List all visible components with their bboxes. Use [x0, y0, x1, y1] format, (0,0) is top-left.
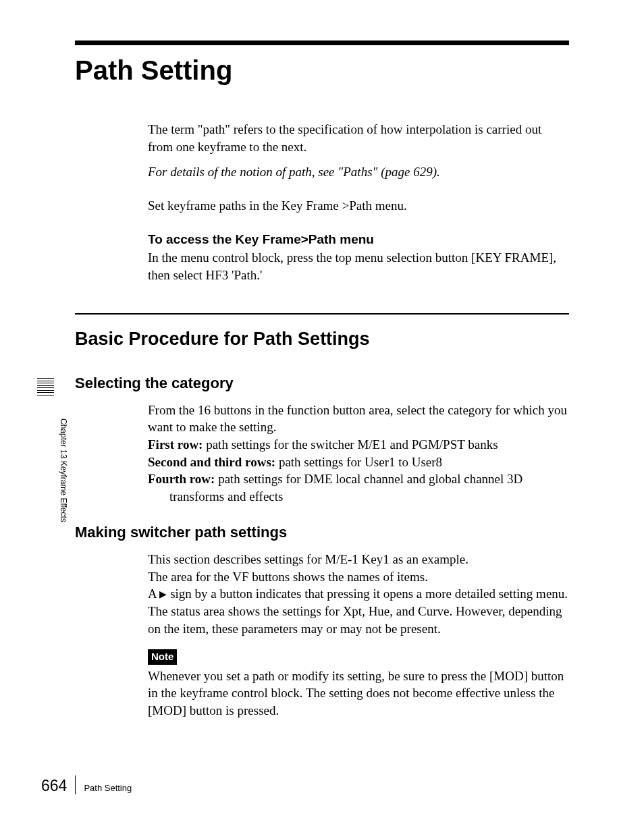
row-second-label: Second and third rows: — [148, 455, 275, 469]
selecting-rows: First row: path settings for the switche… — [148, 436, 569, 506]
section-title: Basic Procedure for Path Settings — [75, 327, 569, 351]
side-tab: Chapter 13 Keyframe Effects — [37, 378, 69, 522]
making-p1: This section describes settings for M/E-… — [148, 551, 569, 568]
side-tab-lines-icon — [37, 378, 54, 396]
page-number: 664 — [41, 775, 67, 796]
making-p3a: A — [148, 587, 159, 601]
title-rule — [75, 40, 569, 45]
footer-divider — [75, 775, 76, 794]
row-second-text: path settings for User1 to User8 — [275, 455, 442, 469]
selecting-title: Selecting the category — [75, 373, 569, 393]
row-fourth-cont-text: transforms and effects — [169, 489, 283, 503]
making-p3b: sign by a button indicates that pressing… — [167, 587, 568, 601]
row-fourth-text: path settings for DME local channel and … — [215, 472, 522, 486]
making-title: Making switcher path settings — [75, 522, 569, 543]
access-heading: To access the Key Frame>Path menu — [148, 231, 569, 248]
row-fourth-cont: transforms and effects — [169, 488, 569, 506]
access-body: In the menu control block, press the top… — [148, 249, 569, 283]
making-p3: A ▶ sign by a button indicates that pres… — [148, 585, 569, 603]
side-chapter-label: Chapter 13 Keyframe Effects — [58, 418, 69, 522]
row-fourth: Fourth row: path settings for DME local … — [148, 470, 569, 488]
making-p2: The area for the VF buttons shows the na… — [148, 568, 569, 586]
row-fourth-label: Fourth row: — [148, 472, 215, 486]
making-p4: The status area shows the settings for X… — [148, 603, 569, 637]
note-badge: Note — [148, 649, 177, 664]
row-first-text: path settings for the switcher M/E1 and … — [203, 437, 498, 452]
row-first-label: First row: — [148, 437, 203, 452]
page-footer: 664 Path Setting — [41, 772, 132, 796]
page-title: Path Setting — [75, 52, 569, 88]
section-rule — [75, 313, 569, 315]
row-first: First row: path settings for the switche… — [148, 436, 569, 454]
triangle-right-icon: ▶ — [159, 589, 167, 601]
footer-title: Path Setting — [84, 782, 132, 794]
intro-paragraph-2: For details of the notion of path, see "… — [148, 163, 569, 181]
intro-paragraph-1: The term "path" refers to the specificat… — [148, 121, 569, 155]
note-body: Whenever you set a path or modify its se… — [148, 667, 569, 719]
row-second: Second and third rows: path settings for… — [148, 454, 569, 471]
intro-paragraph-3: Set keyframe paths in the Key Frame >Pat… — [148, 197, 569, 215]
page-content: Path Setting The term "path" refers to t… — [0, 0, 644, 719]
selecting-intro: From the 16 buttons in the function butt… — [148, 402, 569, 436]
